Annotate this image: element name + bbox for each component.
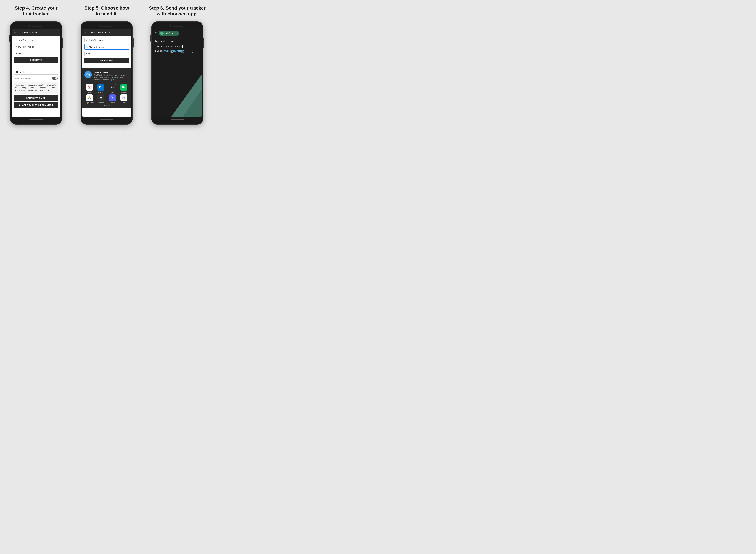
camera-icon[interactable] [181, 49, 185, 53]
tracker-id-label: 5cr6p [20, 71, 25, 73]
phone-frame-step5: ≡ Create new tracker ✉ ≡ [81, 21, 133, 124]
app-wechat[interactable]: WeChat [118, 84, 129, 93]
app-threema[interactable]: Threema [96, 94, 106, 104]
svg-point-14 [123, 87, 124, 88]
type-input-row[interactable] [14, 51, 58, 56]
svg-point-15 [123, 87, 125, 89]
svg-point-21 [101, 97, 101, 98]
share-app-name: Huawei Share [94, 71, 129, 73]
app-gmail[interactable]: M Gmail [84, 84, 95, 93]
share-help-link[interactable]: Hjelp [110, 79, 114, 81]
generate-button-step5[interactable]: GENERATE [84, 58, 129, 63]
advance-links-toggle[interactable] [52, 77, 58, 80]
threema-label: Threema [98, 102, 104, 104]
svg-point-23 [100, 99, 100, 99]
app-discord[interactable]: Discord [107, 94, 117, 104]
speaker-grille-step6 [173, 26, 183, 27]
tracker-name-input[interactable] [18, 46, 57, 48]
home-indicator-step5 [100, 119, 113, 120]
email-input-step5[interactable] [89, 39, 127, 42]
svg-point-27 [112, 97, 112, 98]
email-to-row: Til k kari@test.com [155, 31, 179, 36]
phone-bottom-bar-step6 [153, 117, 202, 122]
phone-screen-step5: ≡ Create new tracker ✉ ≡ [82, 29, 131, 116]
dot-1 [104, 105, 105, 106]
svg-point-32 [182, 51, 183, 52]
steps-container: Step 4. Create yourfirst tracker. ≡ Crea… [3, 5, 210, 124]
share-description: Send filer til enheter i nærheten uten å… [94, 74, 129, 81]
type-input-step5[interactable] [86, 52, 127, 55]
list-icon-step5: ≡ [86, 46, 88, 48]
outlook-icon: O [97, 84, 104, 91]
email-recipient-chip[interactable]: k kari@test.com [159, 31, 179, 36]
phone-top-bar-step5 [82, 24, 131, 29]
edit-icon[interactable] [170, 49, 174, 53]
list-icon: ≡ [16, 46, 17, 48]
teal-triangle-small [183, 90, 202, 116]
share-app-icon [84, 71, 92, 78]
email-icon: ✉ [16, 39, 17, 42]
email-subject: My First Tracker [155, 40, 199, 43]
email-input[interactable] [19, 39, 57, 42]
step4-title: Step 4. Create yourfirst tracker. [15, 5, 57, 17]
svg-rect-18 [87, 96, 92, 100]
phone-screen-step4: ≡ Create new tracker ✉ ≡ [12, 29, 60, 116]
camera-dot-step5 [99, 25, 101, 27]
signature-icon[interactable] [191, 49, 196, 53]
phone-frame-step6: Til k kari@test.com ⌄ My First Tracker [151, 21, 203, 124]
tracker-name-input-row[interactable]: ≡ [14, 44, 58, 49]
email-bottom-toolbar [153, 48, 202, 55]
phone-screen-step6: Til k kari@test.com ⌄ My First Tracker [153, 29, 202, 116]
email-input-row[interactable]: ✉ [14, 38, 58, 43]
svg-rect-10 [111, 87, 112, 88]
svg-rect-30 [122, 97, 125, 99]
advance-links-row: Advance links on [14, 76, 58, 81]
home-indicator-step6 [170, 119, 184, 120]
chevron-down-icon[interactable]: ⌄ [197, 32, 199, 35]
app-outlook[interactable]: O Outlook [96, 84, 106, 93]
tracker-id-row[interactable]: 5cr6p [14, 69, 58, 74]
camera-dot [29, 25, 30, 27]
type-input-row-step5[interactable] [84, 51, 129, 56]
type-input[interactable] [16, 52, 57, 55]
menu-icon-step5[interactable]: ≡ [85, 31, 86, 34]
share-tracker-button[interactable]: SHARE TRACKER INFORMATION [14, 102, 58, 108]
code-snippet: <img src='https://exampel.com/core/?imag… [14, 82, 58, 94]
email-to-header: Til k kari@test.com ⌄ [153, 29, 202, 38]
tracker-name-input-step5[interactable] [89, 46, 127, 48]
svg-rect-31 [160, 50, 161, 52]
menu-icon[interactable]: ≡ [14, 31, 16, 34]
svg-point-17 [124, 88, 125, 88]
toolbar-title-step5: Create new tracker [89, 31, 110, 34]
generate-button-step4[interactable]: GENERATE [14, 57, 58, 63]
step4-column: Step 4. Create yourfirst tracker. ≡ Crea… [4, 5, 68, 124]
svg-text:O: O [100, 87, 101, 88]
svg-point-13 [122, 87, 123, 88]
step6-title: Step 6. Send your trackerwith choosen ap… [149, 5, 206, 17]
svg-point-1 [88, 74, 88, 75]
generate-email-button[interactable]: GENERATE EMAIL [14, 95, 58, 101]
app-join[interactable]: Join [107, 84, 117, 93]
advance-links-label: Advance links on [14, 77, 30, 79]
svg-rect-8 [101, 87, 103, 88]
form-step5: ✉ ≡ GENERATE [82, 36, 131, 68]
gmail-label: Gmail [88, 92, 92, 93]
tracker-name-input-row-step5[interactable]: ≡ [84, 44, 129, 50]
phone-top-bar-step6 [153, 24, 202, 29]
drive-icon [86, 94, 93, 101]
app-epost[interactable]: E-post [118, 94, 129, 104]
phone-bottom-bar-step4 [12, 117, 60, 122]
svg-point-24 [101, 99, 101, 99]
svg-point-16 [124, 88, 124, 88]
phone-top-bar-step4 [12, 24, 60, 29]
email-input-row-step5[interactable]: ✉ [84, 38, 129, 43]
step5-column: Step 5. Choose howto send it. ≡ Create n… [75, 5, 139, 124]
speaker-grille [32, 26, 42, 27]
epost-label: E-post [121, 102, 126, 104]
attachment-icon[interactable] [159, 49, 163, 53]
checkbox-checked [16, 70, 18, 73]
email-to-label: Til [155, 32, 157, 35]
threema-icon [97, 94, 104, 101]
app-drive[interactable]: Lagre i Disk [84, 94, 95, 104]
svg-point-28 [112, 97, 113, 98]
